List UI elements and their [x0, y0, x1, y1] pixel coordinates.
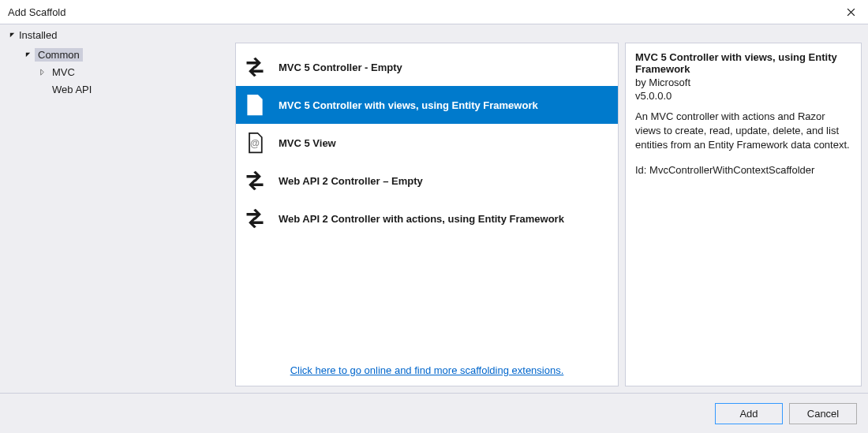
- scaffold-item-label: Web API 2 Controller with actions, using…: [279, 213, 564, 225]
- scaffold-item[interactable]: Web API 2 Controller with actions, using…: [236, 200, 618, 237]
- tree-item-label: Web API: [52, 84, 92, 95]
- details-panel: MVC 5 Controller with views, using Entit…: [625, 43, 862, 386]
- category-tree: Common MVC Web API: [6, 43, 235, 386]
- titlebar: Add Scaffold: [0, 0, 868, 24]
- details-version: v5.0.0.0: [635, 90, 851, 102]
- tree-item-mvc[interactable]: MVC: [36, 63, 230, 80]
- add-scaffold-dialog: Add Scaffold Installed Common: [0, 0, 868, 433]
- window-title: Add Scaffold: [8, 6, 65, 18]
- online-extensions-link[interactable]: Click here to go online and find more sc…: [290, 364, 564, 376]
- scaffold-item-label: Web API 2 Controller – Empty: [279, 175, 423, 187]
- scaffold-item[interactable]: MVC 5 Controller with views, using Entit…: [236, 86, 618, 124]
- tree-children: MVC Web API: [22, 63, 230, 98]
- scaffold-item[interactable]: MVC 5 Controller - Empty: [236, 48, 618, 86]
- tree-item-webapi[interactable]: Web API: [36, 80, 230, 98]
- tree-item-label: MVC: [52, 66, 75, 78]
- scaffold-item-label: MVC 5 Controller - Empty: [279, 62, 402, 73]
- scaffold-item-label: MVC 5 Controller with views, using Entit…: [279, 99, 538, 111]
- cancel-button-label: Cancel: [807, 408, 839, 420]
- panels: Common MVC Web API: [0, 43, 868, 393]
- tree-root-label: Installed: [19, 29, 57, 41]
- scaffold-item-icon: [244, 56, 266, 78]
- scaffold-item[interactable]: @ MVC 5 View: [236, 124, 618, 162]
- details-id: Id: MvcControllerWithContextScaffolder: [635, 164, 851, 176]
- scaffold-item-icon: @: [244, 132, 266, 154]
- scaffold-list: MVC 5 Controller - Empty MVC 5 Controlle…: [236, 43, 618, 358]
- caret-down-icon: [8, 32, 16, 39]
- cancel-button[interactable]: Cancel: [789, 403, 857, 424]
- tree-item-common[interactable]: Common: [22, 46, 230, 63]
- details-description: An MVC controller with actions and Razor…: [635, 110, 851, 153]
- scaffold-item-icon: [244, 94, 266, 116]
- scaffold-item[interactable]: Web API 2 Controller – Empty: [236, 162, 618, 200]
- scaffold-item-label: MVC 5 View: [279, 137, 336, 149]
- close-icon: [847, 8, 855, 17]
- scaffold-item-icon: [244, 207, 266, 230]
- content-area: Installed Common MVC: [0, 24, 868, 393]
- details-author: by Microsoft: [635, 77, 851, 88]
- online-extensions-link-row: Click here to go online and find more sc…: [236, 358, 618, 386]
- add-button-label: Add: [739, 408, 758, 420]
- scaffold-item-icon: [244, 170, 266, 192]
- caret-right-icon: [38, 68, 46, 76]
- details-title: MVC 5 Controller with views, using Entit…: [635, 51, 851, 75]
- svg-text:@: @: [250, 138, 260, 149]
- close-button[interactable]: [833, 0, 868, 24]
- tree-item-label: Common: [38, 49, 80, 61]
- add-button[interactable]: Add: [715, 403, 783, 424]
- tree-root[interactable]: Installed: [0, 24, 868, 43]
- dialog-footer: Add Cancel: [0, 393, 868, 433]
- scaffold-list-panel: MVC 5 Controller - Empty MVC 5 Controlle…: [235, 43, 619, 386]
- caret-down-icon: [24, 50, 32, 58]
